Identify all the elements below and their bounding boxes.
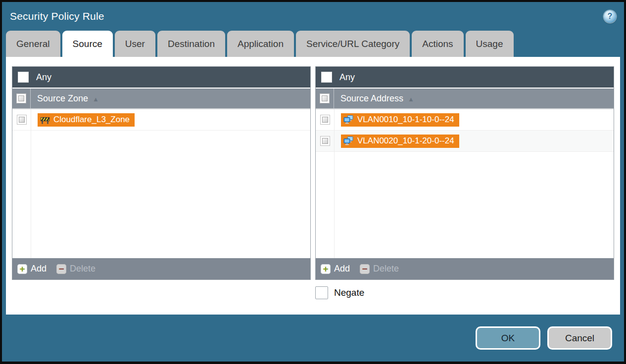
any-label: Any [36,72,51,83]
source-address-list: VLAN0010_10-1-10-0--24VLAN0020_10-1-20-0… [316,109,614,258]
row-checkbox[interactable] [320,136,330,146]
tab-application[interactable]: Application [227,31,294,57]
any-label: Any [339,72,355,83]
cancel-button[interactable]: Cancel [547,326,612,350]
tab-service-url-category[interactable]: Service/URL Category [296,31,410,57]
source-zone-list: Cloudflare_L3_Zone [12,109,310,258]
negate-row: Negate [12,286,614,299]
row-checkbox-cell [12,109,31,130]
tab-source[interactable]: Source [62,31,113,57]
selected-object-chip[interactable]: VLAN0010_10-1-10-0--24 [341,113,459,127]
table-row[interactable]: Cloudflare_L3_Zone [12,109,310,131]
dialog-footer: OK Cancel [2,315,624,362]
negate-label: Negate [334,287,364,298]
spacer [12,286,311,299]
sort-ascending-icon: ▲ [93,94,99,103]
select-all-cell [316,89,334,108]
add-icon: + [321,264,331,274]
tab-actions[interactable]: Actions [412,31,463,57]
source-address-column-header[interactable]: Source Address ▲ [316,89,614,109]
source-panels: Any Source Zone ▲ Cloudflare_L3_Zone + A… [12,66,614,280]
source-address-panel: Any Source Address ▲ VLAN0010_10-1-10-0-… [315,66,614,280]
column-header-label: Source Zone [37,93,88,104]
add-button[interactable]: + Add [321,264,350,274]
source-zone-toolbar: + Add − Delete [12,258,310,279]
negate-checkbox[interactable] [315,286,328,299]
table-row[interactable]: VLAN0010_10-1-10-0--24 [316,109,614,131]
add-button[interactable]: + Add [17,264,47,274]
security-policy-rule-dialog: Security Policy Rule ? GeneralSourceUser… [0,0,626,364]
source-address-any-header: Any [316,67,614,89]
table-row[interactable]: VLAN0020_10-1-20-0--24 [316,131,614,152]
tab-usage[interactable]: Usage [466,31,514,57]
negate-field: Negate [315,286,614,299]
row-checkbox-cell [316,131,334,151]
row-label: Cloudflare_L3_Zone [53,115,130,125]
source-address-toolbar: + Add − Delete [316,258,614,279]
select-all-checkbox[interactable] [16,93,26,103]
column-header-label: Source Address [340,93,403,104]
row-label: VLAN0020_10-1-20-0--24 [357,136,454,146]
add-icon: + [17,264,27,274]
row-checkbox-cell [316,109,334,130]
tab-user[interactable]: User [115,31,155,57]
row-checkbox[interactable] [320,115,330,125]
zone-icon [40,115,50,125]
help-icon[interactable]: ? [604,10,616,23]
tab-content-source: Any Source Zone ▲ Cloudflare_L3_Zone + A… [6,57,620,315]
any-checkbox[interactable] [321,72,332,83]
tab-general[interactable]: General [6,31,60,57]
tab-destination[interactable]: Destination [157,31,225,57]
select-all-cell [12,89,31,108]
delete-button[interactable]: − Delete [56,264,96,274]
selected-object-chip[interactable]: VLAN0020_10-1-20-0--24 [341,135,459,148]
address-icon [343,115,354,125]
address-icon [343,136,354,146]
selected-object-chip[interactable]: Cloudflare_L3_Zone [38,113,135,127]
source-zone-panel: Any Source Zone ▲ Cloudflare_L3_Zone + A… [12,66,311,280]
any-checkbox[interactable] [18,72,29,83]
ok-button[interactable]: OK [476,326,540,350]
tab-bar: GeneralSourceUserDestinationApplicationS… [2,31,624,57]
row-checkbox[interactable] [17,115,27,125]
delete-icon: − [56,264,66,274]
sort-ascending-icon: ▲ [408,94,414,103]
title-bar: Security Policy Rule ? [2,2,624,31]
source-zone-column-header[interactable]: Source Zone ▲ [12,89,310,109]
source-zone-any-header: Any [12,67,310,89]
delete-icon: − [360,264,370,274]
select-all-checkbox[interactable] [320,93,330,103]
dialog-title: Security Policy Rule [10,10,104,22]
delete-button[interactable]: − Delete [360,264,399,274]
dialog-frame: Security Policy Rule ? GeneralSourceUser… [2,2,624,362]
row-label: VLAN0010_10-1-10-0--24 [357,115,454,125]
